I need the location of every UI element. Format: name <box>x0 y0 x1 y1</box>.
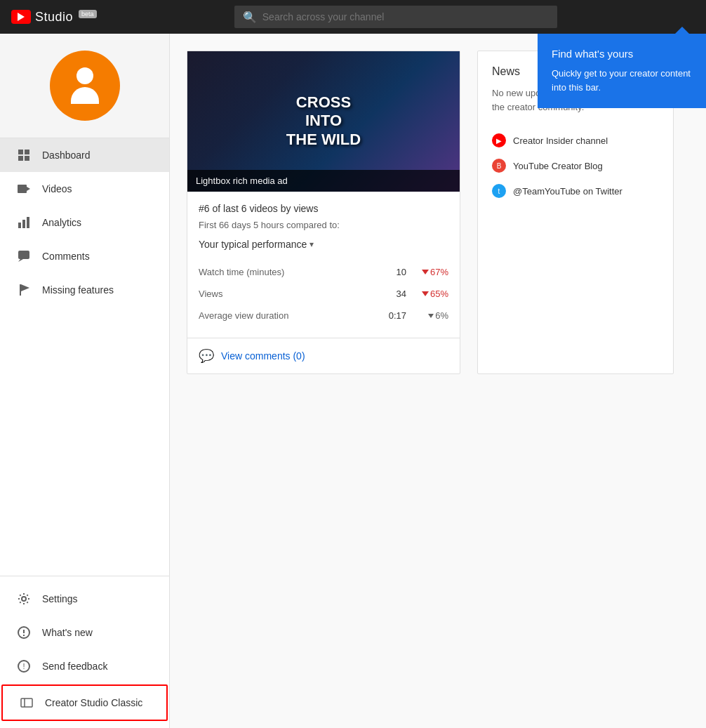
svg-rect-7 <box>22 220 25 228</box>
svg-rect-16 <box>23 635 25 636</box>
thumbnail-label: Lightbox rich media ad <box>187 170 460 192</box>
comment-icon <box>17 249 31 263</box>
logo: Studio beta <box>11 10 97 25</box>
sidebar-label-whats-new: What's new <box>42 627 93 638</box>
compare-dropdown[interactable]: Your typical performance ▾ <box>199 239 448 250</box>
news-link-label-creator-blog: YouTube Creator Blog <box>513 161 603 171</box>
search-input[interactable] <box>234 6 557 28</box>
news-link-twitter[interactable]: t @TeamYouTube on Twitter <box>492 178 659 204</box>
thumbnail-text: CROSSINTOTHE WILD <box>286 93 361 149</box>
stat-row-watchtime: Watch time (minutes) 10 67% <box>199 261 448 283</box>
comment-bubble-icon: 💬 <box>199 348 214 364</box>
arrow-down-red-icon <box>422 270 429 274</box>
main-layout: Dashboard Videos <box>0 34 706 728</box>
svg-marker-12 <box>21 284 29 291</box>
svg-marker-5 <box>27 187 30 191</box>
news-link-label-twitter: @TeamYouTube on Twitter <box>513 186 622 197</box>
grid-icon <box>17 148 31 162</box>
video-card: CROSSINTOTHE WILD Lightbox rich media ad… <box>187 51 460 374</box>
video-thumbnail: CROSSINTOTHE WILD Lightbox rich media ad <box>187 51 460 192</box>
svg-rect-9 <box>18 251 29 259</box>
beta-badge: beta <box>79 10 97 18</box>
svg-text:!: ! <box>22 662 25 670</box>
youtube-icon <box>11 10 31 24</box>
svg-rect-19 <box>21 699 32 707</box>
stat-name-avg-duration: Average view duration <box>199 310 371 321</box>
svg-marker-10 <box>18 259 23 262</box>
video-stats: #6 of last 6 videos by views First 66 da… <box>187 192 460 338</box>
stat-name-views: Views <box>199 289 371 299</box>
sidebar-label-send-feedback: Send feedback <box>42 661 107 672</box>
sidebar-item-send-feedback[interactable]: ! Send feedback <box>0 649 169 683</box>
svg-rect-4 <box>18 185 27 193</box>
sidebar-item-creator-studio-classic[interactable]: Creator Studio Classic <box>1 684 168 721</box>
sidebar: Dashboard Videos <box>0 34 170 728</box>
sidebar-item-videos[interactable]: Videos <box>0 172 169 206</box>
search-wrapper: 🔍 <box>234 6 557 28</box>
svg-point-13 <box>22 597 26 601</box>
news-link-creator-blog[interactable]: B YouTube Creator Blog <box>492 153 659 178</box>
video-rank: #6 of last 6 videos by views <box>199 203 448 214</box>
sidebar-label-missing-features: Missing features <box>42 284 114 296</box>
compare-label: Your typical performance <box>199 239 307 250</box>
sidebar-item-missing-features[interactable]: Missing features <box>0 273 169 307</box>
tooltip-arrow <box>675 27 689 34</box>
sidebar-label-dashboard: Dashboard <box>42 150 91 161</box>
video-compare-text: First 66 days 5 hours compared to: <box>199 220 448 230</box>
content-area: CROSSINTOTHE WILD Lightbox rich media ad… <box>170 34 706 728</box>
stat-name-watchtime: Watch time (minutes) <box>199 267 371 277</box>
svg-rect-3 <box>25 156 29 161</box>
stat-value-watchtime: 10 <box>371 267 406 277</box>
blog-icon: B <box>492 159 506 173</box>
stat-change-watchtime: 67% <box>406 267 448 277</box>
svg-rect-6 <box>18 223 21 228</box>
news-link-creator-insider[interactable]: ▶ Creator Insider channel <box>492 128 659 153</box>
tooltip-title: Find what's yours <box>552 48 692 60</box>
feedback-icon: ! <box>17 659 31 673</box>
view-comments-label: View comments (0) <box>221 350 305 362</box>
sidebar-item-settings[interactable]: Settings <box>0 582 169 616</box>
avatar-person-icon <box>64 65 106 107</box>
stat-value-views: 34 <box>371 289 406 299</box>
stat-change-views: 65% <box>406 289 448 299</box>
flag-icon <box>17 283 31 297</box>
svg-rect-1 <box>25 150 29 154</box>
gear-icon <box>17 592 31 606</box>
sidebar-label-settings: Settings <box>42 593 78 604</box>
search-section: 🔍 <box>97 6 695 28</box>
sidebar-label-comments: Comments <box>42 251 90 262</box>
tooltip-text: Quickly get to your creator content into… <box>552 67 692 94</box>
avatar-section <box>0 34 169 138</box>
svg-rect-8 <box>27 217 29 228</box>
sidebar-item-analytics[interactable]: Analytics <box>0 206 169 239</box>
tooltip-popup: Find what's yours Quickly get to your cr… <box>538 34 706 108</box>
stat-change-avg-duration: 6% <box>406 310 448 321</box>
stat-row-views: Views 34 65% <box>199 283 448 305</box>
bar-chart-icon <box>17 216 31 230</box>
search-icon: 🔍 <box>243 11 257 24</box>
svg-rect-2 <box>18 156 23 161</box>
avatar <box>50 51 120 121</box>
youtube-channel-icon: ▶ <box>492 133 506 147</box>
svg-rect-11 <box>20 284 21 296</box>
nav-items: Dashboard Videos <box>0 138 169 576</box>
svg-rect-0 <box>18 150 23 154</box>
exclamation-icon <box>17 626 31 640</box>
header: Studio beta 🔍 <box>0 0 706 34</box>
arrow-down-red-icon-2 <box>422 291 429 296</box>
svg-rect-15 <box>23 630 25 633</box>
sidebar-label-videos: Videos <box>42 183 72 194</box>
arrow-down-gray-icon <box>428 314 434 318</box>
sidebar-item-comments[interactable]: Comments <box>0 239 169 273</box>
view-comments-button[interactable]: 💬 View comments (0) <box>187 338 460 373</box>
sidebar-item-dashboard[interactable]: Dashboard <box>0 138 169 172</box>
news-link-label-creator-insider: Creator Insider channel <box>513 135 608 146</box>
stat-value-avg-duration: 0:17 <box>371 310 406 321</box>
chevron-down-icon[interactable]: ▾ <box>309 239 314 249</box>
twitter-icon: t <box>492 184 506 198</box>
video-icon <box>17 182 31 196</box>
sidebar-item-whats-new[interactable]: What's new <box>0 616 169 649</box>
stat-row-avg-duration: Average view duration 0:17 6% <box>199 305 448 326</box>
sidebar-label-creator-studio-classic: Creator Studio Classic <box>45 697 142 708</box>
classic-icon <box>20 696 34 710</box>
